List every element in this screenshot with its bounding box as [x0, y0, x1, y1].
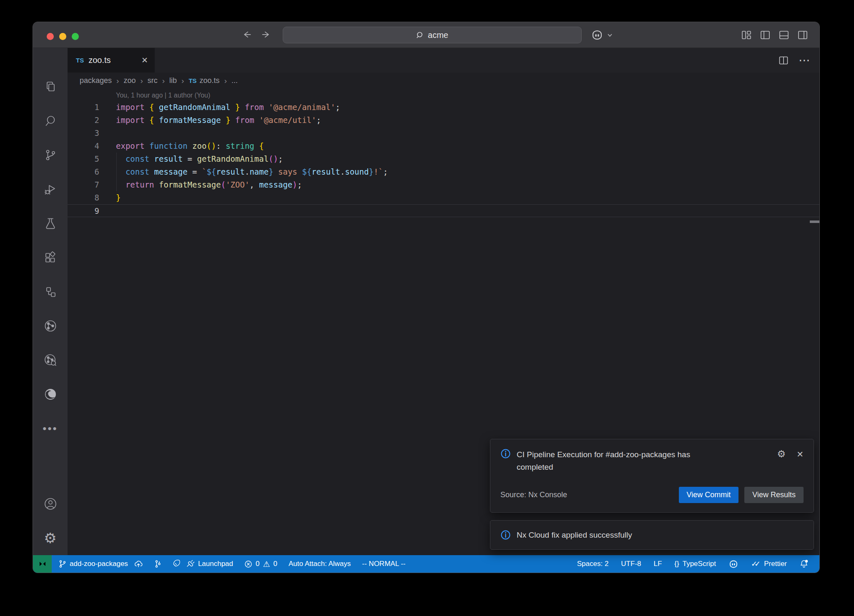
view-results-button[interactable]: View Results: [744, 487, 804, 503]
layout-controls: [741, 22, 808, 48]
code-line[interactable]: 8}: [68, 191, 819, 204]
breadcrumb-item[interactable]: src: [148, 76, 158, 85]
indentation-status[interactable]: Spaces: 2: [577, 560, 609, 568]
typescript-file-icon: TS: [76, 57, 84, 64]
activity-extensions-icon[interactable]: [33, 240, 68, 275]
activity-nx-cloud-icon[interactable]: [33, 343, 68, 377]
rocket-icon: [172, 559, 182, 569]
breadcrumb-separator: ›: [162, 76, 165, 85]
notification-close-icon[interactable]: ✕: [796, 450, 804, 458]
breadcrumb-separator: ›: [140, 76, 143, 85]
toggle-secondary-sidebar-icon[interactable]: [797, 30, 808, 40]
activity-more-icon[interactable]: •••: [33, 411, 68, 446]
formatter-status[interactable]: ✓✓ Prettier: [751, 559, 787, 568]
eol-status[interactable]: LF: [654, 560, 662, 568]
info-icon: [500, 448, 511, 459]
copilot-menu[interactable]: [591, 22, 613, 48]
encoding-status[interactable]: UTF-8: [621, 560, 641, 568]
code-lines: 1import { getRandomAnimal } from '@acme/…: [68, 101, 819, 217]
notification-settings-gear-icon[interactable]: ⚙: [777, 449, 786, 459]
problems-status[interactable]: 0 ⚠ 0: [244, 560, 277, 568]
minimize-window-button[interactable]: [59, 33, 66, 40]
notification-source: Source: Nx Console: [500, 491, 567, 499]
breadcrumb-item[interactable]: ...: [231, 76, 238, 85]
breadcrumb-item[interactable]: TSzoo.ts: [188, 76, 219, 85]
braces-icon: {}: [674, 560, 679, 568]
activity-explorer-icon[interactable]: [33, 70, 68, 104]
line-number: 2: [68, 114, 99, 127]
source-control-graph-icon: [154, 559, 161, 568]
breadcrumb-item[interactable]: lib: [169, 76, 177, 85]
warnings-icon: ⚠: [263, 560, 270, 568]
notification-ci-pipeline: CI Pipeline Execution for #add-zoo-packa…: [490, 439, 814, 513]
toggle-panel-icon[interactable]: [779, 30, 789, 40]
view-commit-button[interactable]: View Commit: [679, 487, 739, 503]
source-control-graph-status[interactable]: [154, 559, 161, 568]
branch-icon: [59, 560, 66, 568]
status-bar: add-zoo-packages Launchpad 0 ⚠ 0: [33, 555, 819, 573]
tab-zoo-ts[interactable]: TS zoo.ts ✕: [68, 48, 155, 73]
overview-ruler-mark: [810, 220, 819, 223]
breadcrumb-separator: ›: [181, 76, 184, 85]
line-number: 7: [68, 178, 99, 191]
tab-close-icon[interactable]: ✕: [141, 55, 148, 65]
editor-actions: ⋯: [779, 48, 810, 73]
forward-arrow-icon[interactable]: [261, 30, 271, 40]
customize-layout-icon[interactable]: [741, 30, 752, 40]
activity-nx-console-icon[interactable]: [33, 309, 68, 343]
double-check-icon: ✓✓: [751, 559, 761, 568]
search-icon: [416, 31, 424, 39]
code-line[interactable]: 3: [68, 127, 819, 140]
git-branch-status[interactable]: add-zoo-packages: [59, 560, 143, 568]
code-line[interactable]: 6 const message = `${result.name} says $…: [68, 165, 819, 178]
breadcrumb-item[interactable]: zoo: [123, 76, 136, 85]
launchpad-status[interactable]: Launchpad: [172, 559, 233, 569]
settings-gear-icon[interactable]: ⚙: [33, 521, 68, 555]
accounts-icon[interactable]: [33, 487, 68, 521]
vscode-window: acme: [33, 22, 820, 573]
code-line[interactable]: 5 const result = getRandomAnimal();: [68, 153, 819, 165]
vim-mode-status[interactable]: -- NORMAL --: [362, 560, 405, 568]
line-number: 4: [68, 140, 99, 153]
activity-run-and-debug-icon[interactable]: [33, 172, 68, 206]
code-line-content: const message = `${result.name} says ${r…: [99, 165, 388, 178]
auto-attach-status[interactable]: Auto Attach: Always: [289, 560, 351, 568]
notifications-bell[interactable]: [799, 559, 809, 568]
chevron-down-icon: [607, 33, 613, 37]
code-line[interactable]: 4export function zoo(): string {: [68, 140, 819, 153]
code-line-content: import { getRandomAnimal } from '@acme/a…: [99, 101, 340, 114]
activity-testing-icon[interactable]: [33, 206, 68, 240]
code-line[interactable]: 1import { getRandomAnimal } from '@acme/…: [68, 101, 819, 114]
editor-group: TS zoo.ts ✕ ⋯ packages›zoo›src›lib›TSzoo…: [68, 48, 819, 555]
split-editor-icon[interactable]: [779, 56, 789, 65]
activity-source-control-icon[interactable]: [33, 138, 68, 172]
typescript-file-icon: TS: [188, 77, 196, 84]
activity-search-icon[interactable]: [33, 104, 68, 138]
line-number: 3: [68, 127, 99, 140]
zoom-window-button[interactable]: [72, 33, 79, 40]
warning-count: 0: [274, 560, 277, 568]
main-area: ••• ⚙ TS zoo.ts ✕: [33, 48, 819, 555]
code-line[interactable]: 7 return formatMessage('ZOO', message);: [68, 178, 819, 191]
copilot-status[interactable]: [728, 560, 738, 568]
remote-indicator[interactable]: [33, 555, 52, 573]
code-line-content: export function zoo(): string {: [99, 140, 264, 153]
tab-bar: TS zoo.ts ✕ ⋯: [68, 48, 819, 73]
notification-title: CI Pipeline Execution for #add-zoo-packa…: [517, 448, 713, 473]
more-actions-icon[interactable]: ⋯: [799, 58, 810, 63]
error-count: 0: [256, 560, 259, 568]
breadcrumb-separator: ›: [116, 76, 119, 85]
code-line-content: return formatMessage('ZOO', message);: [99, 178, 302, 191]
close-window-button[interactable]: [47, 33, 54, 40]
errors-icon: [244, 560, 252, 568]
branch-name: add-zoo-packages: [70, 560, 128, 568]
activity-remote-explorer-icon[interactable]: [33, 275, 68, 309]
breadcrumb-item[interactable]: packages: [80, 76, 112, 85]
code-line[interactable]: 9: [68, 204, 819, 217]
command-center-search[interactable]: acme: [283, 27, 582, 43]
activity-edge-browser-icon[interactable]: [33, 377, 68, 411]
language-mode-status[interactable]: {} TypeScript: [674, 560, 716, 568]
code-line[interactable]: 2import { formatMessage } from '@acme/ut…: [68, 114, 819, 127]
toggle-primary-sidebar-icon[interactable]: [760, 30, 771, 40]
back-arrow-icon[interactable]: [241, 30, 252, 40]
